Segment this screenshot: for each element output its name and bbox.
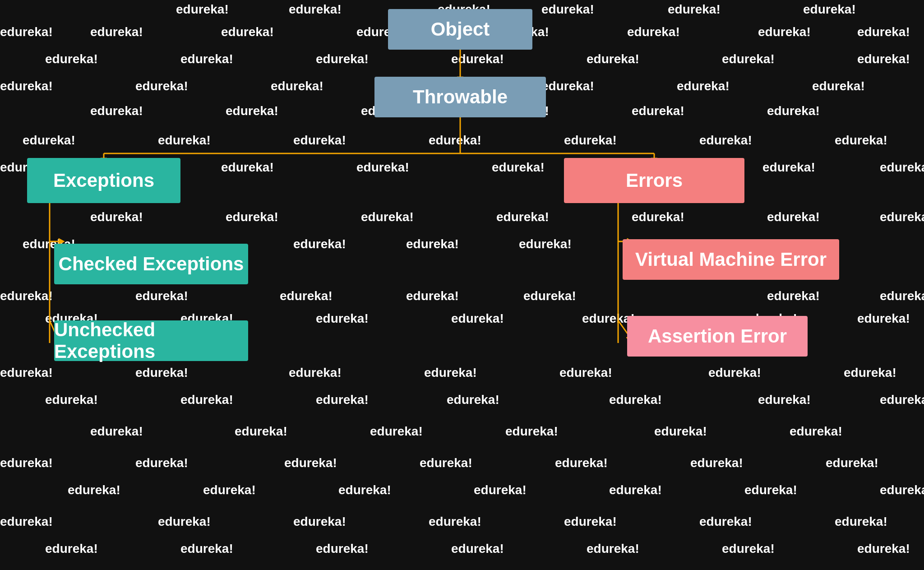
node-vme-label: Virtual Machine Error [635,249,827,270]
node-checked: Checked Exceptions [54,244,248,284]
node-assertion: Assertion Error [627,316,808,357]
node-object: Object [388,9,532,50]
node-exceptions: Exceptions [27,158,180,203]
node-throwable-label: Throwable [413,86,508,108]
node-vme: Virtual Machine Error [623,239,839,280]
node-object-label: Object [431,19,490,40]
node-errors: Errors [564,158,744,203]
node-exceptions-label: Exceptions [53,170,154,191]
node-unchecked: Unchecked Exceptions [54,320,248,361]
node-throwable: Throwable [374,77,546,117]
node-assertion-label: Assertion Error [648,325,787,347]
node-errors-label: Errors [626,170,683,191]
node-unchecked-label: Unchecked Exceptions [54,319,248,362]
node-checked-label: Checked Exceptions [59,253,244,275]
